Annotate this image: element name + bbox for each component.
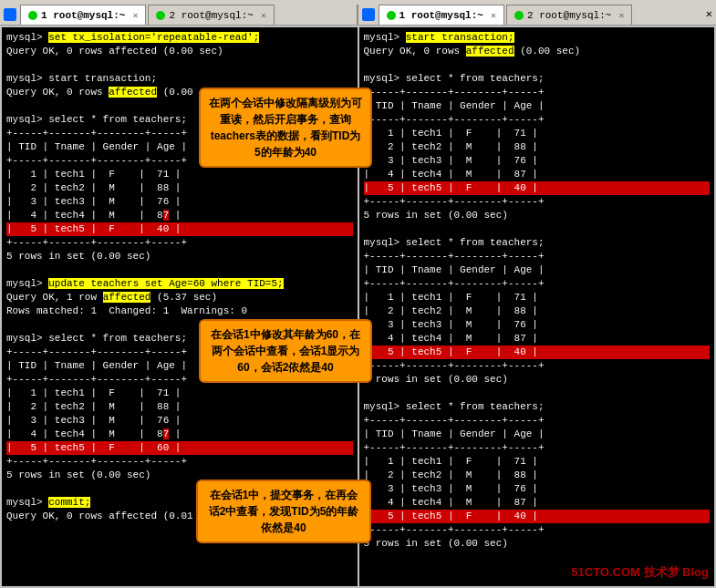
r-line-37: +-----+-------+--------+-----+	[364, 523, 711, 537]
tab-left-2[interactable]: 2 root@mysql:~ ✕	[148, 5, 274, 25]
line-17: 5 rows in set (0.00 sec)	[6, 250, 353, 263]
line-31: | 5 | tech5 | F | 60 |	[6, 441, 353, 455]
r-line-36: | 5 | tech5 | F | 40 |	[364, 510, 711, 523]
r-line-2: Query OK, 0 rows affected (0.00 sec)	[364, 45, 711, 58]
line-30: | 4 | tech4 | M | 87 |	[6, 428, 353, 441]
tab-right-1[interactable]: 1 root@mysql:~ ✕	[379, 5, 504, 25]
r-line-19: +-----+-------+--------+-----+	[364, 277, 711, 291]
line-12: | 2 | tech2 | M | 88 |	[6, 181, 353, 195]
taskbar-left: 1 root@mysql:~ ✕ 2 root@mysql:~ ✕ 1 root…	[0, 0, 716, 26]
tab-label-2: 2 root@mysql:~	[169, 10, 253, 21]
r-line-24: | 5 | tech5 | F | 40 |	[364, 346, 711, 359]
tab-dot-2	[156, 11, 165, 20]
r-line-9: | 2 | tech2 | M | 88 |	[364, 140, 711, 154]
close-icon-2[interactable]: ✕	[261, 10, 266, 21]
line-4: mysql> start transaction;	[6, 72, 353, 86]
r-line-12: | 5 | tech5 | F | 40 |	[364, 181, 711, 195]
line-32: +-----+-------+--------+-----+	[6, 455, 353, 469]
r-line-22: | 3 | tech3 | M | 76 |	[364, 318, 711, 332]
r-line-18: | TID | Tname | Gender | Age |	[364, 263, 711, 277]
r-line-10: | 3 | tech3 | M | 76 |	[364, 154, 711, 168]
line-3	[6, 58, 353, 72]
line-1: mysql> set tx_isolation='repeatable-read…	[6, 31, 353, 45]
right-panel: mysql> start transaction; Query OK, 0 ro…	[359, 27, 715, 586]
watermark: 51CTO.COM 技术梦 Blog	[571, 564, 709, 581]
r-line-11: | 4 | tech4 | M | 87 |	[364, 168, 711, 181]
line-13: | 3 | tech3 | M | 76 |	[6, 195, 353, 209]
r-line-38: 5 rows in set (0.00 sec)	[364, 537, 711, 551]
tab-icon-left	[4, 8, 16, 21]
r-line-23: | 4 | tech4 | M | 87 |	[364, 332, 711, 346]
r-line-14: 5 rows in set (0.00 sec)	[364, 209, 711, 222]
r-line-34: | 3 | tech3 | M | 76 |	[364, 482, 711, 496]
line-21: Rows matched: 1 Changed: 1 Warnings: 0	[6, 304, 353, 318]
r-line-30: | TID | Tname | Gender | Age |	[364, 428, 711, 441]
r-line-16: mysql> select * from teachers;	[364, 236, 711, 250]
r-line-26: 5 rows in set (0.00 sec)	[364, 373, 711, 387]
r-line-32: | 1 | tech1 | F | 71 |	[364, 455, 711, 469]
r-line-27	[364, 387, 711, 400]
r-line-8: | 1 | tech1 | F | 71 |	[364, 127, 711, 140]
r-line-20: | 1 | tech1 | F | 71 |	[364, 291, 711, 304]
r-line-1: mysql> start transaction;	[364, 31, 711, 45]
line-19: mysql> update teachers set Age=60 where …	[6, 277, 353, 291]
line-14: | 4 | tech4 | M | 87 |	[6, 209, 353, 222]
line-18	[6, 263, 353, 277]
r-line-28: mysql> select * from teachers;	[364, 400, 711, 414]
tab-dot-r1	[387, 11, 396, 20]
r-line-15	[364, 222, 711, 236]
close-icon-1[interactable]: ✕	[132, 10, 138, 21]
r-line-7: +-----+-------+--------+-----+	[364, 113, 711, 127]
line-15: | 5 | tech5 | F | 40 |	[6, 222, 353, 236]
line-28: | 2 | tech2 | M | 88 |	[6, 400, 353, 414]
line-16: +-----+-------+--------+-----+	[6, 236, 353, 250]
close-icon-r2[interactable]: ✕	[618, 10, 624, 21]
r-line-6: | TID | Tname | Gender | Age |	[364, 99, 711, 113]
r-line-35: | 4 | tech4 | M | 87 |	[364, 496, 711, 510]
tab-left-1[interactable]: 1 root@mysql:~ ✕	[20, 5, 146, 25]
r-line-25: +-----+-------+--------+-----+	[364, 359, 711, 373]
r-line-31: +-----+-------+--------+-----+	[364, 441, 711, 455]
r-line-21: | 2 | tech2 | M | 88 |	[364, 304, 711, 318]
tab-label-r1: 1 root@mysql:~	[400, 10, 483, 21]
tab-dot-r2	[514, 11, 524, 20]
line-27: | 1 | tech1 | F | 71 |	[6, 387, 353, 400]
tab-dot-1	[28, 11, 37, 20]
tab-label-1: 1 root@mysql:~	[41, 10, 125, 21]
annotation-2: 在会话1中修改其年龄为60，在两个会话中查看，会话1显示为60，会话2依然是40	[199, 319, 372, 383]
close-icon-r1[interactable]: ✕	[491, 10, 496, 21]
r-line-13: +-----+-------+--------+-----+	[364, 195, 711, 209]
annotation-1: 在两个会话中修改隔离级别为可重读，然后开启事务，查询teachers表的数据，看…	[199, 88, 372, 168]
r-line-4: mysql> select * from teachers;	[364, 72, 711, 86]
right-terminal[interactable]: mysql> start transaction; Query OK, 0 ro…	[359, 27, 715, 586]
tab-label-r2: 2 root@mysql:~	[527, 10, 611, 21]
line-2: Query OK, 0 rows affected (0.00 sec)	[6, 45, 353, 58]
line-11: | 1 | tech1 | F | 71 |	[6, 168, 353, 181]
panels-container: mysql> set tx_isolation='repeatable-read…	[0, 26, 716, 588]
r-line-3	[364, 58, 711, 72]
annotation-3: 在会话1中，提交事务，在再会话2中查看，发现TID为5的年龄依然是40	[196, 480, 371, 543]
close-window-icon[interactable]: ✕	[706, 7, 712, 21]
tab-icon-right	[362, 8, 375, 21]
r-line-33: | 2 | tech2 | M | 88 |	[364, 469, 711, 482]
line-29: | 3 | tech3 | M | 76 |	[6, 414, 353, 428]
line-20: Query OK, 1 row affected (5.37 sec)	[6, 291, 353, 304]
r-line-5: +-----+-------+--------+-----+	[364, 86, 711, 99]
r-line-29: +-----+-------+--------+-----+	[364, 414, 711, 428]
tab-right-2[interactable]: 2 root@mysql:~ ✕	[506, 5, 632, 25]
r-line-17: +-----+-------+--------+-----+	[364, 250, 711, 263]
